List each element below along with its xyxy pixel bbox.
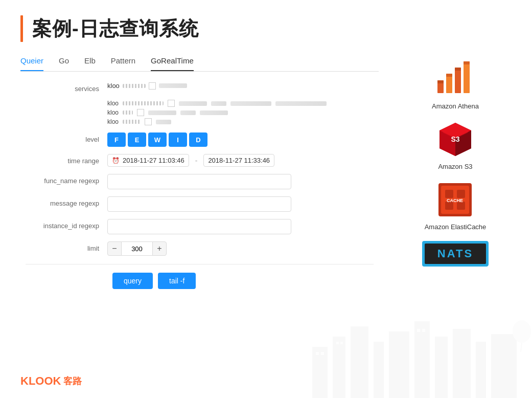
svg-rect-4 <box>437 80 444 83</box>
tab-go[interactable]: Go <box>59 52 69 71</box>
svg-line-38 <box>521 343 522 352</box>
level-e-button[interactable]: E <box>128 132 146 147</box>
svg-rect-22 <box>333 337 345 398</box>
level-d-button[interactable]: D <box>189 132 207 147</box>
tab-bar: Queier Go Elb Pattern GoRealTime <box>20 52 379 72</box>
time-separator: - <box>195 157 198 165</box>
page-header: 案例-日志查询系统 <box>20 15 512 42</box>
func-name-content <box>107 174 374 189</box>
amazon-elasticache-label: Amazon ElastiCache <box>425 223 487 231</box>
nats-logo: NATS <box>422 241 489 267</box>
time-range-label: time range <box>26 154 107 165</box>
service-checkbox-1[interactable] <box>149 82 156 90</box>
klook-logo: KLOOK 客路 <box>20 374 82 388</box>
svg-rect-6 <box>455 68 461 71</box>
svg-rect-29 <box>476 342 486 398</box>
klook-chinese-text: 客路 <box>63 375 82 387</box>
level-button-group: F E W I D <box>107 132 207 147</box>
amazon-elasticache-icon: CACHE <box>436 181 474 219</box>
svg-rect-16 <box>445 190 453 198</box>
title-accent-bar <box>20 15 23 42</box>
time-end-wrap[interactable]: 2018-11-27 11:33:46 <box>203 154 274 167</box>
limit-value-input[interactable]: 300 <box>122 241 152 256</box>
svg-rect-34 <box>340 342 343 344</box>
message-label: message regexp <box>26 196 107 207</box>
message-row: message regexp <box>26 196 374 212</box>
level-label: level <box>26 132 107 143</box>
time-end-value: 2018-11-27 11:33:46 <box>208 157 270 164</box>
tab-elb[interactable]: Elb <box>84 52 96 71</box>
limit-row: limit − 300 + <box>26 241 374 256</box>
query-panel: Queier Go Elb Pattern GoRealTime service… <box>20 52 379 289</box>
limit-stepper: − 300 + <box>107 241 167 256</box>
sub-services-block: kloo kloo <box>107 100 327 125</box>
page-title: 案例-日志查询系统 <box>32 16 199 42</box>
amazon-s3-label: Amazon S3 <box>438 163 472 170</box>
action-buttons: query tail -f <box>26 273 374 289</box>
amazon-s3-card: S3 Amazon S3 <box>436 120 475 170</box>
sub-checkbox-3[interactable] <box>145 118 152 125</box>
time-range-content: ⏰ 2018-11-27 11:03:46 - 2018-11-27 11:33… <box>107 154 374 167</box>
sub-row-3: kloo <box>107 118 327 125</box>
query-button[interactable]: query <box>112 273 153 289</box>
services-label: services <box>26 82 107 93</box>
svg-rect-33 <box>336 342 339 344</box>
limit-label: limit <box>26 241 107 252</box>
svg-rect-35 <box>417 329 420 332</box>
func-name-input[interactable] <box>107 174 291 189</box>
services-content: kloo <box>107 82 374 90</box>
form-divider <box>26 264 374 264</box>
instance-id-content <box>107 219 374 234</box>
svg-rect-36 <box>422 329 425 332</box>
message-content <box>107 196 374 212</box>
instance-id-label: instance_id regexp <box>26 219 107 230</box>
level-buttons: F E W I D <box>107 132 374 147</box>
limit-increase-button[interactable]: + <box>152 241 167 256</box>
svg-rect-26 <box>414 321 430 398</box>
tab-gorealtime[interactable]: GoRealTime <box>151 52 194 71</box>
limit-content: − 300 + <box>107 241 374 256</box>
level-i-button[interactable]: I <box>169 132 187 147</box>
func-name-label: func_name regexp <box>26 174 107 185</box>
level-f-button[interactable]: F <box>107 132 126 147</box>
svg-rect-24 <box>374 342 384 398</box>
tab-pattern[interactable]: Pattern <box>111 52 135 71</box>
level-w-button[interactable]: W <box>148 132 167 147</box>
amazon-athena-icon <box>435 57 476 98</box>
sub-checkbox-1[interactable] <box>168 100 175 107</box>
time-start-wrap[interactable]: ⏰ 2018-11-27 11:03:46 <box>107 154 189 167</box>
func-name-row: func_name regexp <box>26 174 374 189</box>
city-watermark <box>302 306 532 398</box>
tab-queier[interactable]: Queier <box>20 52 43 71</box>
tail-button[interactable]: tail -f <box>158 273 196 289</box>
svg-point-37 <box>513 320 531 343</box>
svg-text:S3: S3 <box>451 135 459 143</box>
sub-services-row: kloo kloo <box>26 100 374 125</box>
svg-rect-27 <box>435 337 448 398</box>
svg-rect-28 <box>453 329 471 398</box>
svg-rect-7 <box>464 61 470 64</box>
sub-checkbox-2[interactable] <box>137 109 144 116</box>
svg-rect-21 <box>312 347 328 398</box>
sub-row-1: kloo <box>107 100 327 107</box>
svg-rect-2 <box>455 68 461 93</box>
instance-id-input[interactable] <box>107 219 291 234</box>
amazon-athena-label: Amazon Athena <box>432 102 479 110</box>
clock-icon: ⏰ <box>112 157 120 164</box>
nats-text: NATS <box>437 247 473 260</box>
svg-rect-3 <box>464 61 470 93</box>
svg-rect-31 <box>316 352 319 355</box>
svg-text:CACHE: CACHE <box>447 198 463 203</box>
limit-decrease-button[interactable]: − <box>107 241 122 256</box>
amazon-s3-icon: S3 <box>436 120 475 159</box>
time-start-value: 2018-11-27 11:03:46 <box>123 157 184 164</box>
nats-inner: NATS <box>425 244 486 264</box>
amazon-elasticache-card: CACHE Amazon ElastiCache <box>425 181 487 231</box>
svg-rect-23 <box>351 326 368 398</box>
svg-rect-25 <box>389 331 409 398</box>
svg-rect-17 <box>457 190 465 198</box>
service-item-main: kloo <box>107 82 146 90</box>
message-input[interactable] <box>107 196 291 212</box>
time-range-inputs: ⏰ 2018-11-27 11:03:46 - 2018-11-27 11:33… <box>107 154 274 167</box>
klook-brand-text: KLOOK <box>20 374 61 388</box>
